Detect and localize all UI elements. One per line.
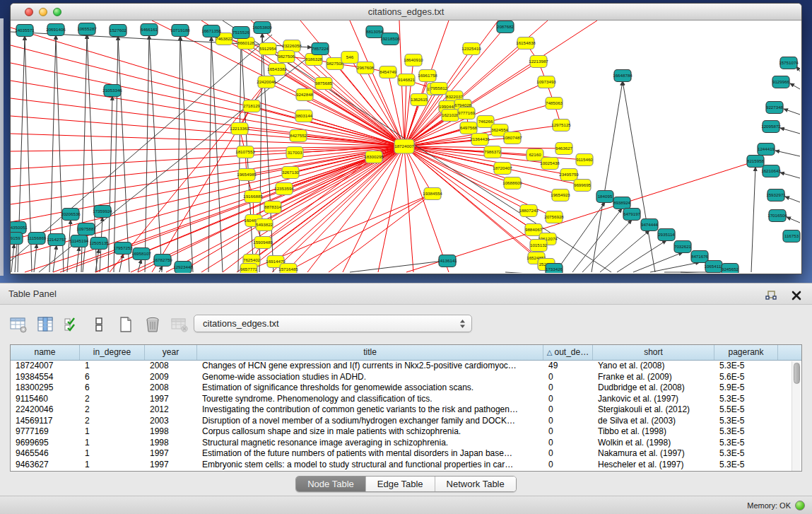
graph-node[interactable]: 19166885: [243, 191, 263, 203]
graph-node[interactable]: 1621028: [442, 110, 459, 122]
graph-node[interactable]: 12095872: [761, 121, 781, 133]
graph-node[interactable]: 1244419: [758, 144, 775, 156]
graph-node[interactable]: 9242848: [296, 89, 314, 101]
graph-node[interactable]: 7857224: [312, 43, 329, 55]
graph-node[interactable]: 9875685: [315, 78, 333, 90]
graph-node[interactable]: 9245652: [722, 264, 739, 274]
graph-node[interactable]: 9474444: [641, 219, 659, 231]
delete-column-icon[interactable]: [144, 316, 161, 333]
graph-node[interactable]: 18720407: [493, 163, 512, 175]
graph-node[interactable]: 5912954: [259, 43, 277, 55]
graph-node[interactable]: 9699695: [574, 180, 592, 192]
row-options-icon[interactable]: [90, 316, 107, 333]
tab-network-table[interactable]: Network Table: [435, 477, 516, 491]
table-row[interactable]: 946554611997Estimation of the future num…: [11, 448, 801, 460]
graph-node[interactable]: 19218506: [380, 33, 400, 45]
graph-node[interactable]: 20756928: [544, 211, 564, 223]
graph-node[interactable]: 62160: [526, 149, 543, 161]
graph-node[interactable]: 9777169: [458, 107, 476, 119]
graph-node[interactable]: 18300295: [364, 151, 384, 163]
graph-node[interactable]: 546: [341, 52, 358, 64]
table-scrollbar-thumb[interactable]: [794, 363, 800, 384]
graph-node[interactable]: 14035571: [15, 25, 35, 37]
graph-node[interactable]: 2718129: [243, 100, 261, 112]
graph-node[interactable]: 17359924: [93, 206, 112, 218]
column-header-short[interactable]: short: [593, 345, 714, 360]
graph-node[interactable]: 10719188: [170, 25, 190, 37]
graph-node[interactable]: 19654923: [551, 189, 570, 201]
graph-node[interactable]: 3803144: [295, 110, 313, 122]
graph-node[interactable]: 116753: [783, 230, 800, 243]
graph-node[interactable]: 16154838: [516, 37, 536, 49]
graph-node[interactable]: 317003: [286, 147, 303, 159]
graph-node[interactable]: 18107553: [235, 146, 255, 158]
graph-node[interactable]: 9657771: [240, 264, 258, 274]
graph-node[interactable]: 11156869: [28, 233, 47, 245]
graph-node[interactable]: 11145194: [70, 235, 89, 247]
graph-node[interactable]: 12353594: [274, 183, 294, 195]
graph-node[interactable]: 17016504: [767, 210, 787, 222]
column-header-year[interactable]: year: [145, 345, 197, 360]
graph-node[interactable]: 10973493: [536, 76, 556, 88]
graph-node[interactable]: 10975887: [76, 223, 96, 235]
table-scrollbar[interactable]: [792, 361, 801, 471]
graph-node[interactable]: 8878314: [264, 201, 282, 214]
column-header-pagerank[interactable]: pagerank: [714, 345, 778, 360]
graph-node[interactable]: 16648784: [613, 70, 632, 82]
column-header-title[interactable]: title: [197, 345, 543, 360]
graph-node[interactable]: 16543382: [267, 64, 287, 76]
graph-node[interactable]: 15716485: [278, 264, 298, 274]
network-window-titlebar[interactable]: citations_edges.txt: [11, 4, 801, 21]
graph-node[interactable]: 15751074: [779, 57, 799, 69]
network-view-canvas[interactable]: 1872400774638228660128591295423226058982…: [11, 21, 801, 273]
graph-node[interactable]: 9146821: [398, 74, 416, 86]
graph-node[interactable]: 39159: [11, 233, 23, 245]
column-header-name[interactable]: name: [11, 345, 80, 360]
graph-node[interactable]: 9129966: [772, 76, 790, 88]
graph-node[interactable]: 184095: [596, 191, 613, 203]
graph-node[interactable]: 1015132: [530, 240, 548, 252]
new-column-icon[interactable]: [117, 316, 134, 333]
graph-node[interactable]: 1733426: [546, 264, 563, 274]
graph-node[interactable]: 9463627: [555, 143, 573, 155]
graph-node[interactable]: 21053346: [102, 85, 122, 97]
select-all-icon[interactable]: [64, 316, 81, 333]
graph-node[interactable]: 15909489: [253, 237, 273, 249]
column-header-filler[interactable]: [778, 345, 801, 360]
graph-node[interactable]: 7485063: [546, 98, 563, 110]
graph-node[interactable]: 8938924: [613, 197, 631, 209]
graph-node[interactable]: 19654985: [237, 169, 257, 181]
graph-node[interactable]: 16053809: [252, 22, 272, 34]
graph-node[interactable]: 7515526: [233, 27, 250, 39]
graph-node[interactable]: 19384554: [423, 188, 442, 200]
table-row[interactable]: 969969511998Structural magnetic resonanc…: [11, 438, 801, 449]
graph-node[interactable]: 12142757: [47, 234, 66, 246]
column-visibility-icon[interactable]: [37, 316, 54, 333]
graph-node[interactable]: 12325419: [461, 43, 481, 55]
graph-node[interactable]: 22420046: [257, 76, 276, 88]
graph-node[interactable]: 8215958: [747, 156, 765, 168]
graph-node[interactable]: 12505135: [89, 238, 109, 250]
graph-node[interactable]: 10807487: [502, 132, 522, 144]
graph-node[interactable]: 6497568: [460, 122, 478, 134]
graph-node[interactable]: 20691406: [46, 24, 66, 36]
graph-node[interactable]: 6466161: [141, 24, 158, 36]
graph-node[interactable]: 8427552: [290, 130, 307, 142]
graph-node[interactable]: 5493822: [256, 219, 273, 231]
graph-node[interactable]: 2935114: [658, 229, 675, 241]
graph-node[interactable]: 16961758: [418, 70, 437, 82]
graph-node[interactable]: 16671358: [201, 25, 221, 37]
graph-node[interactable]: 18807243: [519, 205, 539, 217]
graph-node[interactable]: 9115460: [576, 154, 593, 166]
graph-node[interactable]: 14136141: [437, 255, 457, 267]
graph-node[interactable]: 12923448: [173, 262, 193, 274]
graph-node[interactable]: 3267130: [282, 167, 300, 179]
graph-node[interactable]: 6479197: [623, 209, 641, 221]
graph-node[interactable]: 1527602: [110, 25, 127, 37]
graph-node[interactable]: 17957253: [113, 243, 133, 255]
tab-edge-table[interactable]: Edge Table: [366, 477, 435, 491]
graph-node[interactable]: 2087682: [497, 21, 514, 33]
column-header-out_de…[interactable]: △out_de…: [543, 345, 593, 360]
table-row[interactable]: 2242004622012Investigating the contribut…: [11, 404, 801, 416]
graph-node[interactable]: 10654112: [704, 261, 724, 273]
